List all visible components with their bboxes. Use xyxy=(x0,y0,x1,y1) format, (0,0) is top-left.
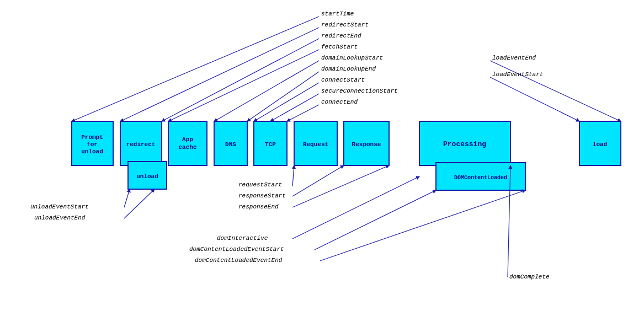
svg-line-56 xyxy=(315,190,436,250)
svg-line-28 xyxy=(120,28,319,121)
svg-text:Request: Request xyxy=(303,141,328,148)
svg-text:DOMContentLoaded: DOMContentLoaded xyxy=(454,175,507,181)
svg-text:TCP: TCP xyxy=(265,141,276,148)
svg-line-44 xyxy=(490,61,621,121)
svg-text:App: App xyxy=(182,136,193,143)
svg-line-46 xyxy=(490,77,579,121)
svg-text:responseEnd: responseEnd xyxy=(238,203,279,210)
timing-diagram-svg: Prompt for unload redirect unload App ca… xyxy=(0,0,644,327)
svg-line-58 xyxy=(320,190,525,261)
svg-text:unloadEventStart: unloadEventStart xyxy=(30,203,89,210)
svg-text:secureConnectionStart: secureConnectionStart xyxy=(321,88,398,94)
svg-text:loadEventEnd: loadEventEnd xyxy=(492,55,536,61)
svg-line-42 xyxy=(287,105,319,121)
svg-text:connectStart: connectStart xyxy=(321,77,365,83)
svg-text:domInteractive: domInteractive xyxy=(217,235,268,242)
svg-text:cache: cache xyxy=(178,144,196,151)
svg-text:unload: unload xyxy=(136,173,158,180)
svg-text:domContentLoadedEventStart: domContentLoadedEventStart xyxy=(189,246,284,253)
svg-text:requestStart: requestStart xyxy=(238,181,282,188)
svg-line-30 xyxy=(162,39,319,121)
svg-text:fetchStart: fetchStart xyxy=(321,44,358,50)
svg-text:domainLookupStart: domainLookupStart xyxy=(321,55,383,61)
svg-text:unloadEventEnd: unloadEventEnd xyxy=(34,215,86,221)
svg-text:startTime: startTime xyxy=(321,10,354,17)
svg-text:domContentLoadedEventEnd: domContentLoadedEventEnd xyxy=(195,257,283,264)
svg-line-32 xyxy=(168,50,319,121)
svg-line-38 xyxy=(254,83,319,121)
svg-text:unload: unload xyxy=(81,148,103,155)
svg-line-62 xyxy=(124,189,130,207)
svg-line-48 xyxy=(292,165,294,186)
svg-text:Processing: Processing xyxy=(443,140,486,148)
svg-text:Prompt: Prompt xyxy=(81,134,103,141)
svg-text:redirectEnd: redirectEnd xyxy=(321,33,361,39)
svg-text:DNS: DNS xyxy=(225,141,236,148)
svg-line-64 xyxy=(124,189,155,218)
svg-line-26 xyxy=(72,17,319,121)
svg-text:Response: Response xyxy=(352,141,381,148)
svg-text:load: load xyxy=(593,141,607,148)
svg-line-52 xyxy=(292,165,389,207)
svg-text:for: for xyxy=(87,141,98,148)
svg-text:domComplete: domComplete xyxy=(509,274,550,280)
svg-text:loadEventStart: loadEventStart xyxy=(492,71,543,78)
svg-text:redirect: redirect xyxy=(126,141,156,148)
svg-text:responseStart: responseStart xyxy=(238,192,286,199)
diagram-container: Prompt for unload redirect unload App ca… xyxy=(0,0,644,327)
svg-text:connectEnd: connectEnd xyxy=(321,99,358,105)
svg-rect-8 xyxy=(168,121,207,165)
svg-text:domainLookupEnd: domainLookupEnd xyxy=(321,66,376,72)
svg-text:redirectStart: redirectStart xyxy=(321,22,369,28)
svg-line-50 xyxy=(292,165,344,196)
